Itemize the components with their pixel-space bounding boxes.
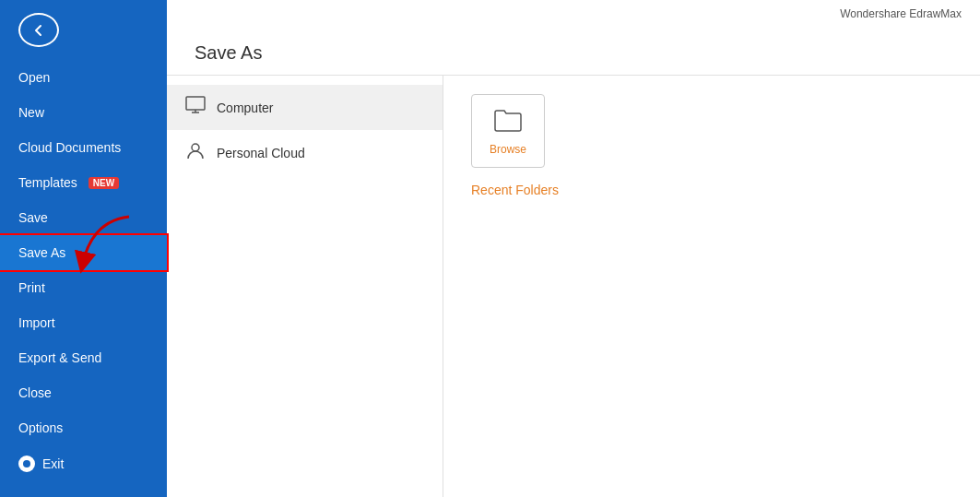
sidebar-item-label: Save As	[18, 245, 65, 260]
sidebar-item-export-send[interactable]: Export & Send	[0, 340, 167, 375]
sidebar-item-label: Print	[18, 280, 45, 295]
location-label-personal-cloud: Personal Cloud	[217, 146, 305, 160]
sidebar-item-import[interactable]: Import	[0, 305, 167, 340]
back-button[interactable]	[18, 13, 59, 47]
sidebar-item-templates[interactable]: Templates NEW	[0, 165, 167, 200]
location-label-computer: Computer	[217, 101, 273, 115]
sidebar-item-save[interactable]: Save	[0, 200, 167, 235]
exit-icon	[18, 456, 35, 472]
sidebar-item-new[interactable]: New	[0, 95, 167, 130]
location-item-personal-cloud[interactable]: Personal Cloud	[167, 130, 443, 175]
browse-label: Browse	[490, 143, 526, 156]
sidebar-item-label: Save	[18, 210, 48, 225]
folder-icon	[493, 107, 523, 139]
main-area: Wondershare EdrawMax Save As	[167, 0, 980, 497]
sidebar-item-label: Options	[18, 420, 63, 435]
top-bar: Wondershare EdrawMax	[167, 0, 980, 28]
sidebar-item-options[interactable]: Options	[0, 410, 167, 445]
content-area: Save As Computer	[167, 28, 980, 497]
page-title-bar: Save As	[167, 28, 980, 76]
new-badge: NEW	[89, 177, 119, 189]
sidebar-item-exit[interactable]: Exit	[0, 445, 167, 482]
location-item-computer[interactable]: Computer	[167, 85, 443, 130]
sidebar-item-label: Exit	[42, 456, 64, 471]
files-panel: Browse Recent Folders	[443, 76, 980, 497]
content-body: Computer Personal Cloud	[167, 76, 980, 497]
app-title: Wondershare EdrawMax	[840, 7, 962, 20]
sidebar-item-label: Cloud Documents	[18, 140, 121, 155]
svg-rect-0	[186, 97, 205, 110]
sidebar-item-label: Close	[18, 385, 52, 400]
page-title: Save As	[195, 42, 262, 63]
recent-folders-title: Recent Folders	[471, 183, 952, 197]
sidebar-item-close[interactable]: Close	[0, 375, 167, 410]
sidebar-item-open[interactable]: Open	[0, 60, 167, 95]
svg-point-3	[192, 144, 199, 151]
sidebar-item-label: Export & Send	[18, 350, 101, 365]
location-panel: Computer Personal Cloud	[167, 76, 443, 497]
sidebar: Open New Cloud Documents Templates NEW S…	[0, 0, 167, 497]
sidebar-item-cloud-documents[interactable]: Cloud Documents	[0, 130, 167, 165]
sidebar-item-print[interactable]: Print	[0, 270, 167, 305]
sidebar-item-label: Templates	[18, 175, 77, 190]
browse-card[interactable]: Browse	[471, 94, 545, 168]
computer-icon	[185, 96, 206, 119]
app-container: Open New Cloud Documents Templates NEW S…	[0, 0, 980, 497]
sidebar-item-label: Import	[18, 315, 55, 330]
sidebar-item-save-as[interactable]: Save As	[0, 235, 167, 270]
sidebar-item-label: New	[18, 105, 44, 120]
sidebar-item-label: Open	[18, 70, 50, 85]
personal-cloud-icon	[185, 141, 206, 164]
